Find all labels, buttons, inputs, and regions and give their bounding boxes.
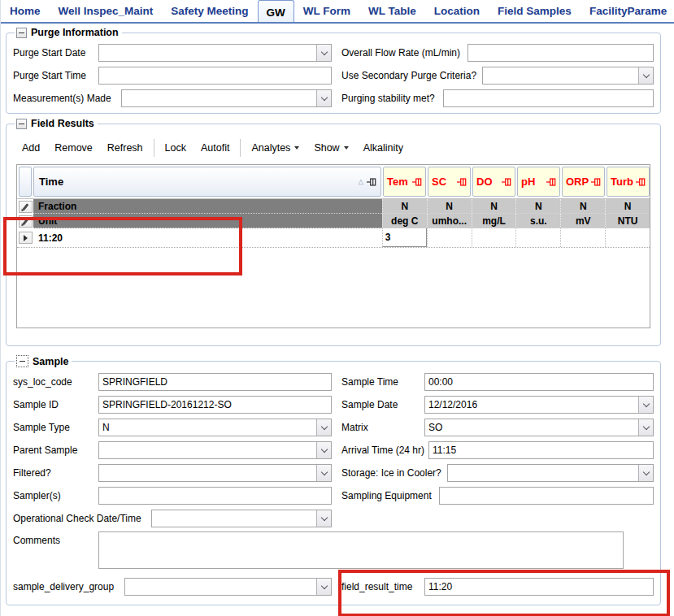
dropdown-button[interactable] xyxy=(316,419,331,436)
remove-button[interactable]: Remove xyxy=(47,140,100,156)
pin-icon[interactable] xyxy=(636,178,646,186)
fraction-cell-do[interactable]: N xyxy=(472,199,516,214)
refresh-button[interactable]: Refresh xyxy=(100,140,150,156)
column-header-do[interactable]: DO xyxy=(472,167,515,197)
samplers-field[interactable] xyxy=(98,487,332,505)
pin-icon[interactable] xyxy=(502,178,511,186)
column-header-ph[interactable]: pH xyxy=(517,167,560,197)
tab-gw[interactable]: GW xyxy=(258,0,294,24)
filtered-field[interactable] xyxy=(98,464,332,482)
column-header-sc[interactable]: SC xyxy=(428,167,471,197)
purge-start-time-field[interactable] xyxy=(98,67,332,85)
matrix-field[interactable] xyxy=(424,419,654,436)
operational-check-datetime-combobox[interactable] xyxy=(151,510,332,527)
lock-button[interactable]: Lock xyxy=(158,140,194,156)
dropdown-button[interactable] xyxy=(316,90,331,106)
row-selector[interactable] xyxy=(17,199,33,214)
data-cell-tem[interactable]: 3 xyxy=(382,228,427,247)
storage-ice-in-cooler-field[interactable] xyxy=(447,464,654,482)
overall-flow-rate-field[interactable] xyxy=(467,44,654,62)
fraction-row-label[interactable]: Fraction xyxy=(33,199,382,214)
dropdown-button[interactable] xyxy=(316,442,331,458)
collapse-button-sample[interactable] xyxy=(16,355,28,367)
purge-start-date-field[interactable] xyxy=(98,44,332,62)
data-cell-ph[interactable] xyxy=(515,228,560,247)
unit-cell-do[interactable]: mg/L xyxy=(472,214,516,228)
tab-well-inspec-maint[interactable]: Well Inspec_Maint xyxy=(50,0,163,22)
arrival-time-field[interactable] xyxy=(428,441,654,459)
unit-cell-ph[interactable]: s.u. xyxy=(515,214,560,228)
fraction-cell-sc[interactable]: N xyxy=(427,199,472,214)
collapse-button-field-results[interactable] xyxy=(16,119,27,129)
pin-icon[interactable] xyxy=(546,178,556,186)
dropdown-button[interactable] xyxy=(638,419,653,436)
sample-id-field[interactable] xyxy=(98,396,332,414)
field-result-time-field[interactable] xyxy=(424,578,654,596)
dropdown-button[interactable] xyxy=(316,45,331,61)
operational-check-datetime-field[interactable] xyxy=(151,510,332,527)
alkalinity-button[interactable]: Alkalinity xyxy=(356,140,411,156)
time-cell[interactable]: 11:20 xyxy=(33,228,382,247)
column-header-tem[interactable]: Tem xyxy=(383,167,426,197)
tab-facility-parameters[interactable]: FacilityParame xyxy=(581,0,674,22)
sample-time-field[interactable] xyxy=(424,373,654,391)
unit-cell-sc[interactable]: umho... xyxy=(427,214,472,228)
add-button[interactable]: Add xyxy=(15,140,47,156)
data-cell-sc[interactable] xyxy=(427,228,472,247)
measurements-made-field[interactable] xyxy=(121,89,332,107)
unit-cell-turb[interactable]: NTU xyxy=(605,214,650,228)
tab-wl-table[interactable]: WL Table xyxy=(359,0,425,22)
row-selector[interactable] xyxy=(17,228,33,247)
show-menu-button[interactable]: Show xyxy=(307,140,355,156)
dropdown-button[interactable] xyxy=(638,465,653,481)
parent-sample-combobox[interactable] xyxy=(98,441,332,459)
filtered-combobox[interactable] xyxy=(98,464,332,482)
measurements-made-combobox[interactable] xyxy=(121,89,332,107)
storage-ice-in-cooler-combobox[interactable] xyxy=(447,464,654,482)
tab-field-samples[interactable]: Field Samples xyxy=(489,0,581,22)
tab-home[interactable]: Home xyxy=(1,0,50,22)
column-header-turb[interactable]: Turb xyxy=(607,167,650,197)
data-cell-orp[interactable] xyxy=(560,228,605,247)
sample-date-field[interactable] xyxy=(424,396,654,414)
fraction-cell-tem[interactable]: N xyxy=(382,199,427,214)
comments-textarea[interactable] xyxy=(98,531,624,569)
sampling-equipment-field[interactable] xyxy=(439,487,654,505)
dropdown-button[interactable] xyxy=(316,510,331,527)
dropdown-button[interactable] xyxy=(638,397,653,413)
fraction-cell-ph[interactable]: N xyxy=(515,199,560,214)
use-secondary-purge-criteria-field[interactable] xyxy=(482,67,654,85)
tab-location[interactable]: Location xyxy=(425,0,489,22)
sys-loc-code-field[interactable] xyxy=(98,373,332,391)
tab-wl-form[interactable]: WL Form xyxy=(294,0,359,22)
use-secondary-purge-criteria-combobox[interactable] xyxy=(482,67,654,85)
sample-type-combobox[interactable] xyxy=(98,419,332,436)
grid-corner-cell[interactable] xyxy=(19,167,32,197)
collapse-button-purge[interactable] xyxy=(16,28,27,38)
autofit-button[interactable]: Autofit xyxy=(194,140,237,156)
column-header-orp[interactable]: ORP xyxy=(562,167,605,197)
purging-stability-met-field[interactable] xyxy=(443,89,654,107)
analytes-menu-button[interactable]: Analytes xyxy=(244,140,307,156)
pin-icon[interactable] xyxy=(412,178,422,186)
sample-type-field[interactable] xyxy=(98,419,332,436)
fraction-cell-orp[interactable]: N xyxy=(560,199,605,214)
data-cell-do[interactable] xyxy=(472,228,516,247)
unit-cell-orp[interactable]: mV xyxy=(560,214,605,228)
pin-icon[interactable] xyxy=(591,178,601,186)
tab-safety-meeting[interactable]: Safety Meeting xyxy=(162,0,257,22)
dropdown-button[interactable] xyxy=(316,579,331,595)
sample-date-combobox[interactable] xyxy=(424,396,654,414)
unit-row-label[interactable]: Unit xyxy=(33,214,382,228)
matrix-combobox[interactable] xyxy=(424,419,654,436)
dropdown-button[interactable] xyxy=(316,465,331,481)
parent-sample-field[interactable] xyxy=(98,441,332,459)
pin-icon[interactable] xyxy=(367,178,376,186)
time-column-header[interactable]: Time △ xyxy=(33,167,381,197)
dropdown-button[interactable] xyxy=(638,67,653,84)
unit-cell-tem[interactable]: deg C xyxy=(382,214,427,228)
fraction-cell-turb[interactable]: N xyxy=(605,199,650,214)
pin-icon[interactable] xyxy=(457,178,467,186)
sample-delivery-group-field[interactable] xyxy=(124,578,332,596)
sample-delivery-group-combobox[interactable] xyxy=(124,578,332,596)
